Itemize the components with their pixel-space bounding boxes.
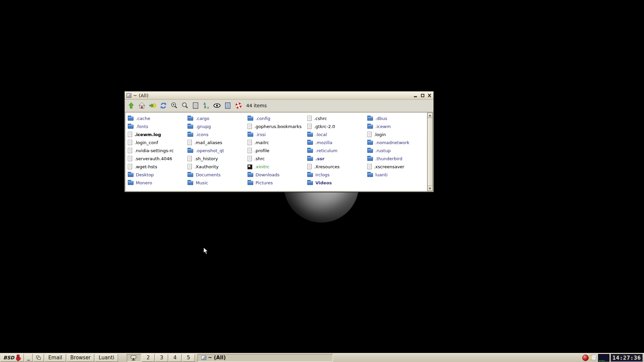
file-item[interactable]: .fonts [128, 122, 187, 130]
zoom-auto-icon [181, 102, 189, 109]
file-item[interactable]: .gnupg [187, 122, 247, 130]
file-item[interactable]: .Xresources [307, 163, 367, 171]
select-button[interactable] [223, 101, 232, 110]
file-item[interactable]: .gtkrc-2.0 [307, 122, 367, 130]
start-button[interactable]: BSD [1, 354, 24, 362]
minimize-button[interactable] [413, 93, 418, 98]
file-item[interactable]: .sh_history [187, 155, 247, 163]
help-button[interactable] [234, 101, 243, 110]
vertical-scrollbar[interactable] [427, 113, 433, 191]
file-item[interactable]: .shrc [248, 155, 307, 163]
details-button[interactable] [191, 101, 200, 110]
file-item[interactable]: Monero [128, 179, 187, 187]
system-tray: 14:27:36 [582, 354, 643, 362]
file-item[interactable]: Music [187, 179, 247, 187]
file-item[interactable]: .ssr [307, 155, 367, 163]
file-name: Videos [315, 180, 332, 185]
scrollbar-thumb[interactable] [427, 118, 433, 186]
file-item[interactable]: .Xauthority [187, 163, 247, 171]
file-item[interactable]: .mozilla [307, 138, 367, 146]
show-desktop-button[interactable]: _ [24, 354, 33, 362]
file-item[interactable]: .profile [248, 146, 307, 155]
folder-icon [367, 125, 373, 129]
file-item[interactable]: .rustup [367, 146, 427, 155]
folder-icon [307, 181, 313, 185]
file-item[interactable]: Desktop [128, 171, 187, 179]
file-item[interactable]: .cache [128, 114, 187, 122]
tray-red-ball-icon[interactable] [582, 355, 589, 361]
file-name: .gtkrc-2.0 [314, 124, 335, 129]
file-item[interactable]: .wget-hsts [128, 163, 187, 171]
folder-icon [367, 157, 373, 161]
show-hidden-button[interactable] [213, 101, 221, 110]
file-name: Documents [196, 172, 220, 177]
file-icon [248, 148, 252, 153]
workspace-button-4[interactable]: 4 [169, 354, 181, 362]
file-item[interactable]: .thunderbird [367, 155, 427, 163]
taskbar-app-browser[interactable]: Browser [67, 354, 95, 362]
file-item[interactable]: .icewm.log [128, 130, 187, 138]
bsd-daemon-icon [15, 354, 21, 361]
file-name: .cache [136, 116, 150, 121]
close-button[interactable]: X [427, 93, 432, 98]
workspace-button-1[interactable] [127, 354, 141, 362]
file-item[interactable]: .mail_aliases [187, 138, 247, 146]
file-item[interactable]: luanti [367, 171, 427, 179]
sort-az-button[interactable]: A z [202, 101, 211, 110]
file-name: Music [196, 180, 208, 185]
zoom-auto-button[interactable] [180, 101, 189, 110]
file-item[interactable]: .gopherus.bookmarks [248, 122, 307, 130]
refresh-button[interactable] [159, 101, 168, 110]
file-item[interactable]: .mailrc [248, 138, 307, 146]
up-button[interactable] [127, 101, 136, 110]
workspace-button-2[interactable]: 2 [142, 354, 155, 362]
file-item[interactable]: Documents [187, 171, 247, 179]
file-item[interactable]: .openshot_qt [187, 146, 247, 155]
file-item[interactable]: .irssi [248, 130, 307, 138]
file-column: .cargo.gnupg.icons.mail_aliases.openshot… [187, 114, 247, 191]
file-item[interactable]: .nomadnetwork [367, 138, 427, 146]
scroll-up-button[interactable] [427, 113, 433, 118]
workspace-button-3[interactable]: 3 [155, 354, 168, 362]
taskbar-task-button[interactable]: ~ (All) [198, 354, 333, 362]
file-item[interactable]: Videos [307, 179, 367, 187]
maximize-button[interactable] [420, 93, 425, 98]
file-name: .profile [254, 148, 269, 153]
file-icon [307, 116, 312, 121]
bookmarks-button[interactable] [148, 101, 157, 110]
file-item[interactable]: .icons [187, 130, 247, 138]
titlebar[interactable]: ~ (All) X [125, 92, 433, 100]
window-list-button[interactable] [33, 354, 44, 362]
taskbar-app-luanti[interactable]: Luanti [95, 354, 118, 362]
file-item[interactable]: .xscreensaver [367, 163, 427, 171]
file-item[interactable]: .icewm [367, 122, 427, 130]
file-item[interactable]: .config [248, 114, 307, 122]
file-item[interactable]: .local [307, 130, 367, 138]
file-name: .openshot_qt [196, 148, 224, 153]
select-icon [224, 102, 231, 109]
zoom-in-button[interactable] [170, 101, 178, 110]
network-monitor[interactable] [598, 354, 609, 362]
file-item[interactable]: Downloads [248, 171, 307, 179]
file-icon [187, 156, 192, 161]
file-item[interactable]: .serverauth.4046 [128, 155, 187, 163]
app-buttons: EmailBrowserLuanti [45, 354, 118, 362]
file-item[interactable]: .login [367, 130, 427, 138]
file-name: .fonts [136, 124, 148, 129]
file-item[interactable]: .login_conf [128, 138, 187, 146]
file-name: Monero [136, 180, 152, 185]
file-item[interactable]: .cshrc [307, 114, 367, 122]
workspace-button-5[interactable]: 5 [182, 354, 195, 362]
file-item[interactable]: Pictures [248, 179, 307, 187]
home-button[interactable] [138, 101, 146, 110]
scroll-down-button[interactable] [427, 186, 433, 191]
tray-notes-icon[interactable] [590, 354, 597, 361]
file-item[interactable]: .xinitrc [248, 163, 307, 171]
file-item[interactable]: .reticulum [307, 146, 367, 155]
file-item[interactable]: .nvidia-settings-rc [128, 146, 187, 155]
file-name: .shrc [254, 156, 265, 161]
file-item[interactable]: .cargo [187, 114, 247, 122]
file-item[interactable]: irclogs [307, 171, 367, 179]
file-item[interactable]: .dbus [367, 114, 427, 122]
taskbar-app-email[interactable]: Email [45, 354, 66, 362]
